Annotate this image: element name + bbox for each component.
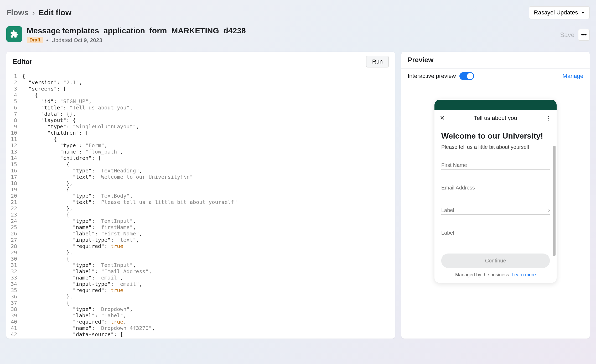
email-label: Email Address xyxy=(441,185,475,191)
kebab-icon[interactable]: ⋮ xyxy=(546,115,551,121)
dropdown-label-2: Label xyxy=(441,230,454,236)
phone-body: Please tell us a little bit about yourse… xyxy=(441,144,550,150)
first-name-label: First Name xyxy=(441,162,467,168)
status-badge: Draft xyxy=(27,37,43,43)
save-button: Save xyxy=(560,31,574,39)
continue-button[interactable]: Continue xyxy=(441,254,550,268)
code-editor[interactable]: 1234567891011121314151617181920212223242… xyxy=(6,72,395,339)
dropdown-label-1: Label xyxy=(441,207,454,213)
email-field[interactable]: Email Address xyxy=(441,182,550,192)
breadcrumb-edit: Edit flow xyxy=(39,8,71,17)
preview-panel: Preview Interactive preview Manage ✕ Tel… xyxy=(401,52,590,339)
dropdown-field-1[interactable]: Label › xyxy=(441,205,550,215)
interactive-preview-label: Interactive preview xyxy=(408,73,456,80)
phone-preview: ✕ Tell us about you ⋮ Welcome to our Uni… xyxy=(434,100,557,283)
learn-more-link[interactable]: Learn more xyxy=(512,272,536,277)
dropdown-field-2[interactable]: Label xyxy=(441,227,550,237)
editor-title: Editor xyxy=(13,58,32,66)
meta-dot: • xyxy=(46,37,48,43)
interactive-toggle[interactable] xyxy=(459,72,474,80)
close-icon[interactable]: ✕ xyxy=(440,114,445,122)
breadcrumb-flows[interactable]: Flows xyxy=(6,8,29,17)
breadcrumb: Flows › Edit flow xyxy=(6,8,71,17)
caret-down-icon: ▼ xyxy=(581,10,585,15)
editor-panel: Editor Run 12345678910111213141516171819… xyxy=(6,52,395,339)
chevron-right-icon: › xyxy=(548,208,550,213)
updates-dropdown[interactable]: Rasayel Updates ▼ xyxy=(529,6,590,19)
phone-title: Tell us about you xyxy=(474,115,517,122)
run-button[interactable]: Run xyxy=(366,56,389,67)
flow-title: Message templates_application_form_MARKE… xyxy=(27,26,246,35)
updated-text: Updated Oct 9, 2023 xyxy=(51,37,102,43)
managed-text: Managed by the business. Learn more xyxy=(441,272,550,278)
first-name-field[interactable]: First Name xyxy=(441,160,550,170)
chevron-right-icon: › xyxy=(32,8,35,17)
phone-heading: Welcome to our University! xyxy=(441,131,550,140)
preview-title: Preview xyxy=(408,56,433,64)
app-icon xyxy=(6,26,22,42)
updates-label: Rasayel Updates xyxy=(534,9,578,16)
manage-link[interactable]: Manage xyxy=(562,73,583,80)
more-button[interactable]: ••• xyxy=(578,29,590,41)
phone-scrollbar[interactable] xyxy=(553,146,556,256)
